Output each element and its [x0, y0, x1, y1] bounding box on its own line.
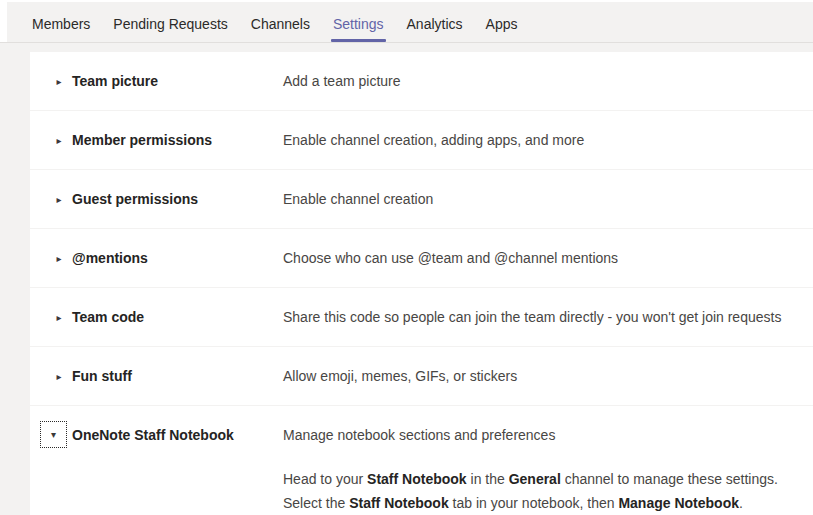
settings-row-onenote-staff-notebook[interactable]: ▾ OneNote Staff Notebook Manage notebook… — [30, 406, 813, 515]
chevron-down-icon[interactable]: ▾ — [40, 421, 67, 448]
chevron-right-icon[interactable]: ▸ — [52, 229, 66, 287]
settings-row-guest-permissions[interactable]: ▸ Guest permissions Enable channel creat… — [30, 170, 813, 228]
tab-settings[interactable]: Settings — [332, 16, 385, 42]
onenote-instructions: Head to your Staff Notebook in the Gener… — [283, 464, 793, 515]
chevron-right-icon[interactable]: ▸ — [52, 347, 66, 405]
onenote-instructions-line2: Select the Staff Notebook tab in your no… — [283, 491, 793, 515]
tab-pending-requests[interactable]: Pending Requests — [112, 16, 228, 42]
settings-row-team-code[interactable]: ▸ Team code Share this code so people ca… — [30, 288, 813, 346]
settings-row-mentions[interactable]: ▸ @mentions Choose who can use @team and… — [30, 229, 813, 287]
tab-apps[interactable]: Apps — [485, 16, 519, 42]
chevron-right-icon[interactable]: ▸ — [52, 170, 66, 228]
settings-accordion: ▸ Team picture Add a team picture ▸ Memb… — [0, 43, 813, 515]
row-title: @mentions — [72, 250, 283, 266]
team-tabs-bar: Members Pending Requests Channels Settin… — [0, 0, 813, 43]
chevron-right-icon[interactable]: ▸ — [52, 111, 66, 169]
settings-row-member-permissions[interactable]: ▸ Member permissions Enable channel crea… — [30, 111, 813, 169]
row-description: Add a team picture — [283, 73, 813, 89]
row-description: Share this code so people can join the t… — [283, 309, 813, 325]
row-title: Guest permissions — [72, 191, 283, 207]
row-description: Enable channel creation, adding apps, an… — [283, 132, 813, 148]
row-description: Manage notebook sections and preferences — [283, 427, 813, 443]
tab-channels[interactable]: Channels — [250, 16, 311, 42]
settings-row-fun-stuff[interactable]: ▸ Fun stuff Allow emoji, memes, GIFs, or… — [30, 347, 813, 405]
row-title: Fun stuff — [72, 368, 283, 384]
row-title: Team code — [72, 309, 283, 325]
row-description: Allow emoji, memes, GIFs, or stickers — [283, 368, 813, 384]
row-description: Enable channel creation — [283, 191, 813, 207]
row-title: Member permissions — [72, 132, 283, 148]
chevron-right-icon[interactable]: ▸ — [52, 288, 66, 346]
tab-members[interactable]: Members — [31, 16, 91, 42]
tab-analytics[interactable]: Analytics — [406, 16, 464, 42]
row-title: Team picture — [72, 73, 283, 89]
settings-row-team-picture[interactable]: ▸ Team picture Add a team picture — [30, 52, 813, 110]
chevron-right-icon[interactable]: ▸ — [52, 52, 66, 110]
onenote-instructions-line1: Head to your Staff Notebook in the Gener… — [283, 467, 793, 491]
row-title: OneNote Staff Notebook — [72, 427, 283, 443]
row-description: Choose who can use @team and @channel me… — [283, 250, 813, 266]
row-header: OneNote Staff Notebook Manage notebook s… — [30, 406, 813, 464]
